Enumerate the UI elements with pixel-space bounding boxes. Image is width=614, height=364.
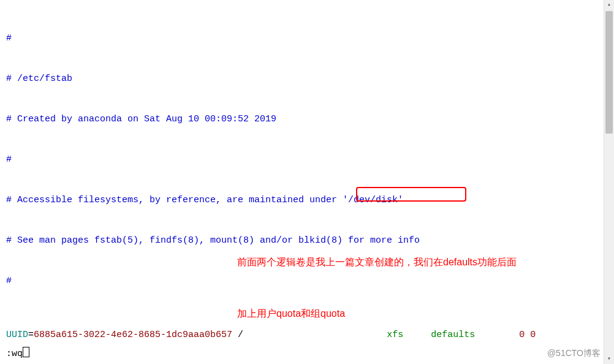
comment-line: # [6, 32, 608, 45]
annotation-line: 加上用户quota和组quota [237, 305, 517, 322]
text-editor[interactable]: # # /etc/fstab # Created by anaconda on … [0, 0, 614, 364]
scroll-thumb[interactable] [605, 11, 613, 134]
comment-line: # Created by anaconda on Sat Aug 10 00:0… [6, 113, 608, 126]
comment-line: # Accessible filesystems, by reference, … [6, 194, 608, 207]
comment-line: # [6, 153, 608, 167]
comment-line: # /etc/fstab [6, 72, 608, 86]
scroll-down-button[interactable]: ▾ [604, 354, 614, 364]
vim-command-line[interactable]: :wq [6, 347, 29, 359]
vertical-scrollbar[interactable]: ▴ ▾ [604, 0, 614, 364]
cursor-icon [23, 347, 29, 357]
vim-command-text: :wq [6, 349, 23, 359]
scroll-up-button[interactable]: ▴ [604, 0, 614, 10]
annotation-line: 前面两个逻辑卷是我上一篇文章创建的，我们在defaults功能后面 [237, 254, 517, 271]
annotation-text: 前面两个逻辑卷是我上一篇文章创建的，我们在defaults功能后面 加上用户qu… [237, 219, 517, 357]
watermark-text: @51CTO博客 [547, 348, 601, 359]
